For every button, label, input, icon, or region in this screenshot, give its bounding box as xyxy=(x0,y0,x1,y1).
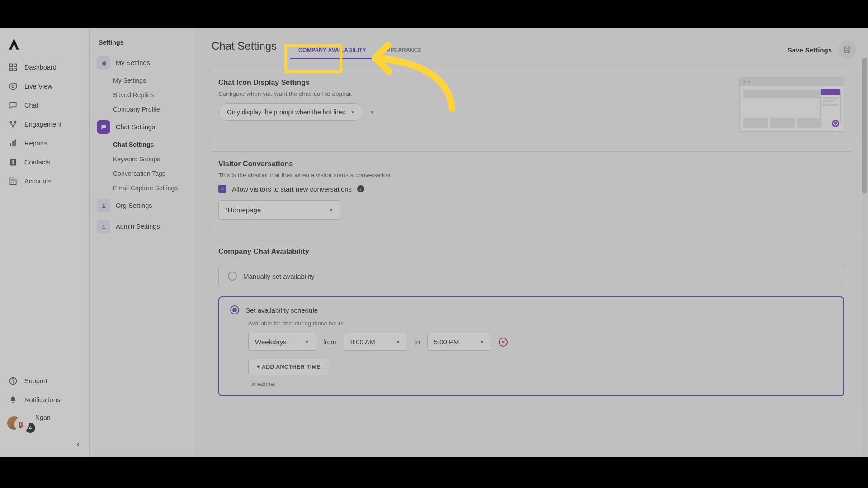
page-title: Chat Settings xyxy=(212,40,277,59)
nav-label: Contacts xyxy=(24,159,50,166)
nav-dashboard[interactable]: Dashboard xyxy=(0,58,89,77)
radio-schedule[interactable] xyxy=(230,305,239,314)
primary-nav: Dashboard Live View Chat Engagement Repo… xyxy=(0,28,90,457)
sec-my-settings[interactable]: My Settings xyxy=(90,52,194,73)
svg-rect-2 xyxy=(10,68,13,71)
branch-icon xyxy=(8,119,18,129)
svg-point-5 xyxy=(12,85,14,88)
app-container: Dashboard Live View Chat Engagement Repo… xyxy=(0,28,868,457)
sec-label: My Settings xyxy=(116,59,150,66)
caret-down-icon: ▼ xyxy=(350,110,355,115)
sec-admin-settings[interactable]: Admin Settings xyxy=(90,216,194,237)
user-name: Ngan xyxy=(35,414,50,421)
nav-accounts[interactable]: Accounts xyxy=(0,172,89,191)
end-time-select[interactable]: 5:00 PM ▼ xyxy=(427,333,491,351)
svg-point-17 xyxy=(13,383,14,383)
sec-sub-saved-replies[interactable]: Saved Replies xyxy=(90,88,194,102)
sec-sub-email-capture[interactable]: Email Capture Settings xyxy=(90,181,194,195)
sec-org-settings[interactable]: Org Settings xyxy=(90,195,194,216)
nav-notifications[interactable]: Notifications xyxy=(0,390,89,409)
gear-icon xyxy=(97,56,110,70)
help-icon xyxy=(8,376,18,386)
caret-down-icon[interactable]: ▼ xyxy=(370,110,374,115)
nav-support[interactable]: Support xyxy=(0,371,89,390)
save-area: Save Settings xyxy=(788,41,856,59)
avatar-stack: g. xyxy=(6,415,23,432)
nav-label: Notifications xyxy=(24,396,60,404)
radio-manual[interactable] xyxy=(228,272,237,281)
nav-liveview[interactable]: Live View xyxy=(0,77,89,96)
collapse-nav[interactable] xyxy=(0,437,89,453)
check-icon xyxy=(220,186,225,192)
info-icon[interactable]: i xyxy=(357,185,364,192)
radio-label: Set availability schedule xyxy=(245,306,318,314)
secondary-nav-title: Settings xyxy=(90,39,194,52)
sec-chat-settings[interactable]: Chat Settings xyxy=(90,117,194,137)
nav-label: Accounts xyxy=(24,178,52,185)
chat-preview xyxy=(739,77,844,132)
manual-availability-row[interactable]: Manually set availability xyxy=(218,264,844,288)
card-display-settings: Chat Icon Display Settings Configure whe… xyxy=(208,70,854,142)
sec-label: Chat Settings xyxy=(116,123,155,131)
dropdown-value: Only display the prompt when the bot fir… xyxy=(227,108,345,116)
contact-icon xyxy=(8,157,18,167)
card-title: Company Chat Availability xyxy=(218,248,844,256)
nav-label: Reports xyxy=(24,140,47,147)
secondary-nav: Settings My Settings My Settings Saved R… xyxy=(90,28,194,457)
svg-point-19 xyxy=(103,225,104,226)
main-header: Chat Settings COMPANY AVAILABILITY APPEA… xyxy=(194,28,868,59)
card-title: Chat Icon Display Settings xyxy=(218,79,374,87)
chat-icon xyxy=(8,100,18,110)
nav-label: Dashboard xyxy=(24,64,57,71)
org-icon xyxy=(97,199,110,212)
checkbox-label: Allow visitors to start new conversation… xyxy=(232,185,352,193)
svg-point-13 xyxy=(12,160,14,163)
homepage-select[interactable]: *Homepage ▼ xyxy=(218,200,340,220)
sec-sub-keyword-groups[interactable]: Keyword Groups xyxy=(90,152,194,166)
nav-contacts[interactable]: Contacts xyxy=(0,153,89,172)
svg-point-18 xyxy=(103,204,104,206)
card-company-availability: Company Chat Availability Manually set a… xyxy=(208,239,854,410)
close-icon xyxy=(501,340,505,344)
allow-new-convo-row: Allow visitors to start new conversation… xyxy=(218,185,844,193)
add-time-button[interactable]: + ADD ANOTHER TIME xyxy=(248,359,329,375)
allow-new-convo-checkbox[interactable] xyxy=(218,185,226,193)
chevron-left-icon xyxy=(75,441,81,449)
caret-down-icon: ▼ xyxy=(396,339,401,344)
bell-icon xyxy=(8,395,18,405)
svg-rect-11 xyxy=(14,140,16,146)
svg-rect-15 xyxy=(14,180,16,185)
from-label: from xyxy=(323,338,336,346)
svg-point-8 xyxy=(12,126,14,127)
save-button[interactable] xyxy=(838,41,856,59)
dashboard-icon xyxy=(8,62,18,72)
tab-appearance[interactable]: APPEARANCE xyxy=(374,42,430,59)
sec-sub-chat-settings[interactable]: Chat Settings xyxy=(90,137,194,152)
sec-sub-conversation-tags[interactable]: Conversation Tags xyxy=(90,166,194,181)
nav-chat[interactable]: Chat xyxy=(0,96,89,115)
main-content: Chat Settings COMPANY AVAILABILITY APPEA… xyxy=(194,28,868,457)
card-subtitle: This is the chatbot that fires when a vi… xyxy=(218,172,844,178)
scrollbar[interactable] xyxy=(862,58,867,457)
svg-rect-10 xyxy=(12,141,14,146)
day-select[interactable]: Weekdays ▼ xyxy=(248,333,316,351)
select-value: Weekdays xyxy=(255,338,287,346)
sec-label: Org Settings xyxy=(116,202,152,209)
timezone-label: Timezone: xyxy=(248,380,832,387)
nav-label: Chat xyxy=(24,102,38,109)
nav-reports[interactable]: Reports xyxy=(0,134,89,153)
time-row: Weekdays ▼ from 8:00 AM ▼ to 5:00 PM ▼ xyxy=(248,333,832,351)
bars-icon xyxy=(8,138,18,148)
nav-engagement[interactable]: Engagement xyxy=(0,115,89,134)
user-row[interactable]: g. Ngan 4 xyxy=(0,409,89,437)
svg-rect-0 xyxy=(10,64,13,67)
delete-time-button[interactable] xyxy=(499,338,508,347)
sec-sub-company-profile[interactable]: Company Profile xyxy=(90,102,194,117)
card-title: Visitor Conversations xyxy=(218,160,844,168)
start-time-select[interactable]: 8:00 AM ▼ xyxy=(344,333,407,351)
scrollbar-thumb[interactable] xyxy=(862,58,867,193)
display-mode-dropdown[interactable]: Only display the prompt when the bot fir… xyxy=(218,103,363,121)
sec-sub-my-settings[interactable]: My Settings xyxy=(90,73,194,88)
logo-wrap xyxy=(0,34,89,58)
tab-company-availability[interactable]: COMPANY AVAILABILITY xyxy=(290,42,374,59)
